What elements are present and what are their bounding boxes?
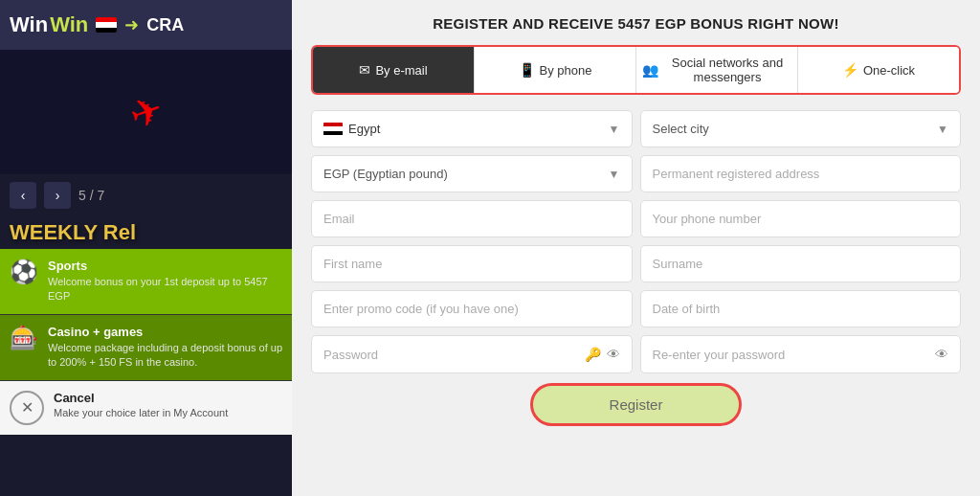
- register-btn-wrap: Register: [311, 383, 961, 426]
- logo: Win Win: [10, 12, 88, 37]
- social-tab-icon: 👥: [642, 62, 658, 78]
- address-field[interactable]: [640, 155, 962, 192]
- city-label: Select city: [653, 122, 709, 136]
- firstname-field[interactable]: [311, 245, 633, 282]
- phone-field[interactable]: [640, 200, 962, 237]
- weekly-label: WEEKLY Rel: [0, 216, 292, 249]
- city-dropdown[interactable]: Select city ▼: [640, 110, 962, 147]
- tab-social[interactable]: 👥 Social networks and messengers: [636, 47, 798, 93]
- game-area: ✈: [0, 50, 292, 174]
- firstname-input[interactable]: [323, 257, 620, 271]
- egypt-flag-icon: [96, 17, 117, 33]
- password-icons: 🔑 👁: [585, 347, 620, 362]
- repassword-eye-icon[interactable]: 👁: [935, 347, 948, 362]
- casino-bonus-card[interactable]: 🎰 Casino + games Welcome package includi…: [0, 315, 292, 381]
- crash-label: CRA: [146, 15, 184, 35]
- email-tab-icon: ✉: [359, 62, 370, 78]
- promo-field[interactable]: [311, 290, 633, 327]
- country-flag: Egypt: [323, 122, 380, 136]
- dob-input[interactable]: [653, 302, 949, 316]
- tab-bar: ✉ By e-mail 📱 By phone 👥 Social networks…: [311, 45, 961, 95]
- prev-button[interactable]: ‹: [10, 182, 36, 209]
- currency-dropdown[interactable]: EGP (Egyptian pound) ▼: [311, 155, 633, 192]
- country-dropdown[interactable]: Egypt ▼: [311, 110, 633, 147]
- country-chevron-icon: ▼: [609, 123, 620, 136]
- currency-label: EGP (Egyptian pound): [323, 167, 448, 181]
- register-button[interactable]: Register: [530, 383, 743, 426]
- casino-icon: 🎰: [10, 325, 38, 351]
- sports-icon: ⚽: [10, 259, 38, 285]
- cancel-title: Cancel: [54, 391, 228, 405]
- right-panel: REGISTER AND RECEIVE 5457 EGP BONUS RIGH…: [292, 0, 980, 496]
- email-field[interactable]: [311, 200, 633, 237]
- nav-controls: ‹ › 5 / 7: [0, 174, 292, 216]
- tab-phone[interactable]: 📱 By phone: [475, 47, 636, 93]
- cancel-card[interactable]: ✕ Cancel Make your choice later in My Ac…: [0, 381, 292, 435]
- dob-field[interactable]: [640, 290, 962, 327]
- password-input[interactable]: [323, 348, 585, 362]
- plane-icon: ✈: [123, 86, 169, 139]
- repassword-field[interactable]: 👁: [640, 335, 962, 373]
- city-chevron-icon: ▼: [937, 123, 948, 136]
- tab-oneclick[interactable]: ⚡ One-click: [798, 47, 959, 93]
- tab-phone-label: By phone: [540, 63, 592, 78]
- tab-oneclick-label: One-click: [863, 63, 915, 78]
- surname-field[interactable]: [640, 245, 962, 282]
- sports-title: Sports: [48, 259, 282, 273]
- logo-win2: Win: [50, 12, 88, 37]
- next-button[interactable]: ›: [44, 182, 71, 209]
- top-bar: Win Win ➜ CRA: [0, 0, 292, 50]
- eye-icon[interactable]: 👁: [607, 347, 620, 362]
- sports-desc: Welcome bonus on your 1st deposit up to …: [48, 275, 282, 304]
- password-field[interactable]: 🔑 👁: [311, 335, 633, 373]
- repassword-input[interactable]: [653, 348, 936, 362]
- currency-chevron-icon: ▼: [609, 168, 620, 181]
- cancel-icon: ✕: [10, 391, 44, 425]
- promo-input[interactable]: [323, 302, 620, 316]
- logo-win1: Win: [10, 12, 48, 37]
- tab-email-label: By e-mail: [375, 63, 427, 78]
- oneclick-tab-icon: ⚡: [842, 62, 858, 78]
- phone-input[interactable]: [653, 212, 949, 226]
- repassword-icons: 👁: [935, 347, 948, 362]
- email-input[interactable]: [323, 212, 620, 226]
- left-panel: Win Win ➜ CRA ✈ ‹ › 5 / 7 WEEKLY Rel ⚽ S…: [0, 0, 292, 496]
- tab-social-label: Social networks and messengers: [663, 56, 791, 84]
- cancel-desc: Make your choice later in My Account: [54, 407, 228, 418]
- address-input[interactable]: [653, 167, 949, 181]
- bonus-cards: ⚽ Sports Welcome bonus on your 1st depos…: [0, 249, 292, 435]
- casino-title: Casino + games: [48, 325, 282, 339]
- key-icon: 🔑: [585, 347, 601, 362]
- egypt-flag: [323, 123, 343, 136]
- tab-email[interactable]: ✉ By e-mail: [313, 47, 475, 93]
- sports-bonus-card[interactable]: ⚽ Sports Welcome bonus on your 1st depos…: [0, 249, 292, 315]
- register-title: REGISTER AND RECEIVE 5457 EGP BONUS RIGH…: [311, 15, 961, 32]
- country-label: Egypt: [348, 122, 380, 136]
- casino-desc: Welcome package including a deposit bonu…: [48, 341, 282, 371]
- nav-count: 5 / 7: [78, 188, 104, 203]
- registration-form: Egypt ▼ Select city ▼ EGP (Egyptian poun…: [311, 110, 961, 373]
- phone-tab-icon: 📱: [519, 62, 535, 78]
- arrow-icon: ➜: [124, 14, 139, 35]
- surname-input[interactable]: [653, 257, 949, 271]
